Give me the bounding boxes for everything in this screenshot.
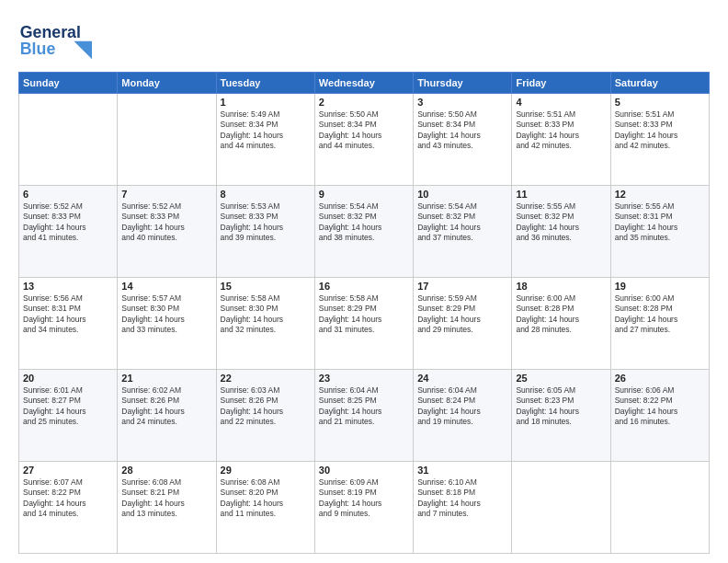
- cell-info: Sunrise: 5:58 AMSunset: 8:30 PMDaylight:…: [221, 293, 311, 336]
- cell-line: Sunset: 8:32 PM: [417, 212, 507, 222]
- cell-line: and 41 minutes.: [23, 233, 113, 243]
- logo: General Blue: [18, 17, 92, 63]
- cell-line: Sunrise: 5:55 AM: [615, 201, 705, 212]
- cell-info: Sunrise: 5:51 AMSunset: 8:33 PMDaylight:…: [615, 109, 705, 152]
- cell-line: Daylight: 14 hours: [417, 223, 507, 233]
- day-number: 5: [615, 97, 705, 108]
- cell-line: Daylight: 14 hours: [516, 315, 606, 325]
- calendar-cell: 18Sunrise: 6:00 AMSunset: 8:28 PMDayligh…: [512, 278, 610, 370]
- cell-line: and 7 minutes.: [417, 509, 507, 519]
- calendar-cell: 1Sunrise: 5:49 AMSunset: 8:34 PMDaylight…: [216, 94, 314, 186]
- calendar-cell: 27Sunrise: 6:07 AMSunset: 8:22 PMDayligh…: [19, 462, 118, 554]
- calendar-cell: 28Sunrise: 6:08 AMSunset: 8:21 PMDayligh…: [118, 462, 216, 554]
- cell-line: Sunrise: 6:00 AM: [615, 293, 705, 304]
- day-number: 21: [121, 373, 211, 384]
- cell-line: Sunrise: 5:52 AM: [121, 201, 211, 212]
- day-number: 13: [23, 281, 113, 292]
- cell-line: and 33 minutes.: [121, 325, 211, 335]
- calendar-cell: 24Sunrise: 6:04 AMSunset: 8:24 PMDayligh…: [414, 370, 512, 462]
- weekday-header-monday: Monday: [118, 73, 216, 94]
- calendar-cell: [512, 462, 610, 554]
- cell-info: Sunrise: 5:52 AMSunset: 8:33 PMDaylight:…: [121, 201, 211, 244]
- cell-line: Sunset: 8:28 PM: [516, 304, 606, 314]
- cell-line: Sunrise: 6:03 AM: [221, 385, 311, 396]
- cell-line: Sunset: 8:22 PM: [23, 488, 113, 498]
- cell-line: Sunrise: 6:01 AM: [23, 385, 113, 396]
- day-number: 31: [417, 465, 507, 476]
- cell-line: and 19 minutes.: [417, 417, 507, 427]
- cell-line: Sunset: 8:33 PM: [516, 120, 606, 130]
- calendar-cell: 6Sunrise: 5:52 AMSunset: 8:33 PMDaylight…: [19, 186, 118, 278]
- cell-info: Sunrise: 5:56 AMSunset: 8:31 PMDaylight:…: [23, 293, 113, 336]
- cell-line: Sunrise: 5:57 AM: [121, 293, 211, 304]
- cell-line: and 18 minutes.: [516, 417, 606, 427]
- calendar-cell: 25Sunrise: 6:05 AMSunset: 8:23 PMDayligh…: [512, 370, 610, 462]
- calendar-cell: 29Sunrise: 6:08 AMSunset: 8:20 PMDayligh…: [216, 462, 314, 554]
- cell-line: Sunrise: 6:10 AM: [417, 477, 507, 488]
- cell-line: Daylight: 14 hours: [23, 407, 113, 417]
- calendar-cell: [118, 94, 216, 186]
- day-number: 14: [121, 281, 211, 292]
- cell-line: and 31 minutes.: [319, 325, 409, 335]
- cell-line: and 29 minutes.: [417, 325, 507, 335]
- cell-line: Sunrise: 6:07 AM: [23, 477, 113, 488]
- cell-line: and 11 minutes.: [221, 509, 311, 519]
- weekday-header-wednesday: Wednesday: [314, 73, 413, 94]
- weekday-header-tuesday: Tuesday: [216, 73, 314, 94]
- cell-line: Sunset: 8:34 PM: [417, 120, 507, 130]
- cell-line: and 13 minutes.: [121, 509, 211, 519]
- cell-info: Sunrise: 6:04 AMSunset: 8:24 PMDaylight:…: [417, 385, 507, 428]
- cell-info: Sunrise: 5:54 AMSunset: 8:32 PMDaylight:…: [319, 201, 409, 244]
- logo-svg: General Blue: [18, 17, 92, 63]
- cell-line: and 21 minutes.: [319, 417, 409, 427]
- calendar-cell: 5Sunrise: 5:51 AMSunset: 8:33 PMDaylight…: [610, 94, 709, 186]
- cell-line: Sunset: 8:33 PM: [23, 212, 113, 222]
- cell-line: Sunset: 8:31 PM: [615, 212, 705, 222]
- cell-line: and 27 minutes.: [615, 325, 705, 335]
- day-number: 4: [516, 97, 606, 108]
- cell-line: and 32 minutes.: [221, 325, 311, 335]
- cell-info: Sunrise: 6:10 AMSunset: 8:18 PMDaylight:…: [417, 477, 507, 520]
- cell-line: Sunset: 8:32 PM: [319, 212, 409, 222]
- day-number: 28: [121, 465, 211, 476]
- cell-line: Daylight: 14 hours: [319, 499, 409, 509]
- day-number: 19: [615, 281, 705, 292]
- cell-line: Sunrise: 5:58 AM: [319, 293, 409, 304]
- calendar-cell: 8Sunrise: 5:53 AMSunset: 8:33 PMDaylight…: [216, 186, 314, 278]
- day-number: 25: [516, 373, 606, 384]
- cell-line: Daylight: 14 hours: [121, 407, 211, 417]
- cell-line: and 25 minutes.: [23, 417, 113, 427]
- calendar-cell: 20Sunrise: 6:01 AMSunset: 8:27 PMDayligh…: [19, 370, 118, 462]
- cell-line: Daylight: 14 hours: [23, 223, 113, 233]
- cell-info: Sunrise: 6:08 AMSunset: 8:20 PMDaylight:…: [221, 477, 311, 520]
- cell-line: Sunset: 8:34 PM: [221, 120, 311, 130]
- cell-info: Sunrise: 6:08 AMSunset: 8:21 PMDaylight:…: [121, 477, 211, 520]
- cell-line: Daylight: 14 hours: [221, 223, 311, 233]
- cell-line: Sunset: 8:26 PM: [121, 396, 211, 406]
- page: General Blue SundayMondayTuesdayWednesda…: [0, 0, 728, 563]
- cell-line: Sunset: 8:25 PM: [319, 396, 409, 406]
- cell-info: Sunrise: 6:05 AMSunset: 8:23 PMDaylight:…: [516, 385, 606, 428]
- cell-line: and 22 minutes.: [221, 417, 311, 427]
- calendar-cell: 15Sunrise: 5:58 AMSunset: 8:30 PMDayligh…: [216, 278, 314, 370]
- cell-line: Sunrise: 6:06 AM: [615, 385, 705, 396]
- cell-line: and 14 minutes.: [23, 509, 113, 519]
- cell-line: Sunset: 8:29 PM: [319, 304, 409, 314]
- day-number: 26: [615, 373, 705, 384]
- calendar-cell: 19Sunrise: 6:00 AMSunset: 8:28 PMDayligh…: [610, 278, 709, 370]
- cell-line: Sunrise: 5:50 AM: [319, 109, 409, 120]
- cell-line: Sunset: 8:31 PM: [23, 304, 113, 314]
- calendar-cell: 14Sunrise: 5:57 AMSunset: 8:30 PMDayligh…: [118, 278, 216, 370]
- cell-line: and 16 minutes.: [615, 417, 705, 427]
- day-number: 1: [221, 97, 311, 108]
- cell-line: and 44 minutes.: [319, 141, 409, 151]
- weekday-header-friday: Friday: [512, 73, 610, 94]
- cell-line: Sunset: 8:22 PM: [615, 396, 705, 406]
- cell-info: Sunrise: 6:09 AMSunset: 8:19 PMDaylight:…: [319, 477, 409, 520]
- cell-line: Sunrise: 6:08 AM: [221, 477, 311, 488]
- day-number: 27: [23, 465, 113, 476]
- calendar-week-row: 6Sunrise: 5:52 AMSunset: 8:33 PMDaylight…: [19, 186, 710, 278]
- cell-line: Sunrise: 6:02 AM: [121, 385, 211, 396]
- calendar-cell: 21Sunrise: 6:02 AMSunset: 8:26 PMDayligh…: [118, 370, 216, 462]
- cell-info: Sunrise: 5:53 AMSunset: 8:33 PMDaylight:…: [221, 201, 311, 244]
